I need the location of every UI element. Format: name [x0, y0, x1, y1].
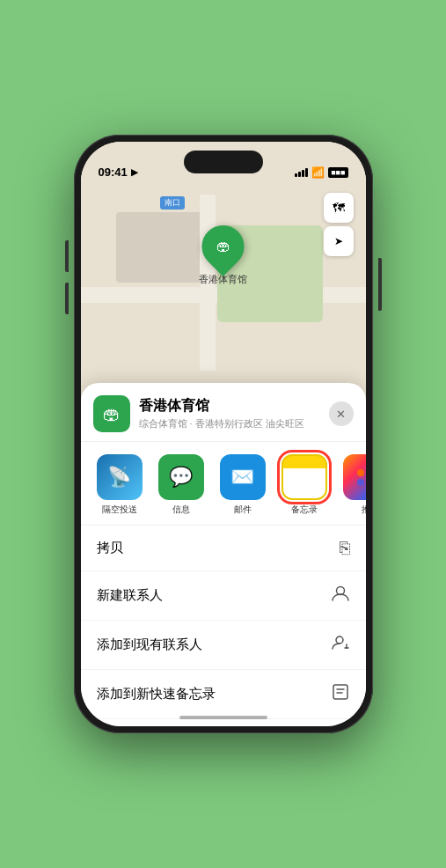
venue-info: 香港体育馆 综合体育馆 · 香港特别行政区 油尖旺区: [139, 397, 329, 430]
svg-point-1: [336, 636, 343, 644]
app-item-more[interactable]: 推: [340, 454, 366, 516]
new-contact-label: 新建联系人: [97, 587, 163, 604]
notes-label: 备忘录: [291, 504, 318, 516]
messages-icon: 💬: [158, 454, 204, 500]
volume-up-button[interactable]: [65, 240, 69, 272]
status-icons: 📶 ■■■: [295, 166, 347, 179]
home-indicator: [179, 716, 267, 719]
volume-down-button[interactable]: [65, 283, 69, 314]
airdrop-label: 隔空投送: [102, 504, 137, 516]
action-copy[interactable]: 拷贝 ⎘: [81, 526, 366, 571]
notes-icon: [281, 454, 327, 500]
more-label: 推: [362, 504, 366, 516]
compass-icon: ➤: [334, 235, 343, 247]
signal-icon: [295, 168, 308, 177]
mail-icon: ✉️: [220, 454, 266, 500]
app-item-notes[interactable]: 备忘录: [278, 454, 331, 516]
location-arrow-icon: ▶: [131, 167, 138, 177]
quick-note-label: 添加到新快速备忘录: [97, 686, 216, 702]
map-icon: 🗺: [333, 201, 345, 215]
add-existing-icon: [331, 633, 350, 657]
svg-rect-3: [333, 685, 347, 699]
app-item-mail[interactable]: ✉️ 邮件: [216, 454, 269, 516]
close-icon: ✕: [336, 408, 346, 421]
notes-lines: [299, 475, 310, 486]
pin-shape: 🏟: [194, 217, 253, 276]
dynamic-island: [184, 151, 263, 173]
action-new-contact[interactable]: 新建联系人: [81, 571, 366, 621]
status-time: 09:41 ▶: [99, 166, 138, 179]
venue-subtitle: 综合体育馆 · 香港特别行政区 油尖旺区: [139, 417, 329, 430]
pin-inner-icon: 🏟: [209, 232, 238, 261]
venue-pin-icon: 🏟: [216, 239, 230, 254]
action-print[interactable]: 打印: [81, 719, 366, 726]
venue-avatar-icon: 🏟: [103, 404, 121, 424]
close-button[interactable]: ✕: [329, 401, 354, 426]
mail-label: 邮件: [234, 504, 252, 516]
phone-frame: 09:41 ▶ 📶 ■■■ 南口: [74, 135, 373, 733]
messages-label: 信息: [172, 504, 190, 516]
map-view-toggle-button[interactable]: 🗺: [324, 193, 354, 223]
quick-note-icon: [331, 682, 350, 706]
action-add-existing[interactable]: 添加到现有联系人: [81, 621, 366, 670]
venue-avatar: 🏟: [93, 395, 130, 432]
action-list: 拷贝 ⎘ 新建联系人 添加到现有联系人: [81, 526, 366, 726]
add-existing-label: 添加到现有联系人: [97, 636, 202, 653]
app-item-messages[interactable]: 💬 信息: [155, 454, 208, 516]
map-entrance-label: 南口: [160, 196, 185, 210]
map-controls: 🗺 ➤: [324, 193, 354, 260]
airdrop-icon: 📡: [97, 454, 143, 500]
sheet-header: 🏟 香港体育馆 综合体育馆 · 香港特别行政区 油尖旺区 ✕: [81, 383, 366, 442]
location-button[interactable]: ➤: [324, 226, 354, 256]
new-contact-icon: [331, 584, 350, 607]
power-button[interactable]: [378, 258, 382, 311]
app-item-airdrop[interactable]: 📡 隔空投送: [93, 454, 146, 516]
more-apps-icon: [343, 454, 366, 500]
battery-icon: ■■■: [328, 167, 347, 178]
bottom-sheet: 🏟 香港体育馆 综合体育馆 · 香港特别行政区 油尖旺区 ✕ 📡 隔空投送: [81, 383, 366, 726]
svg-point-0: [336, 587, 344, 595]
action-quick-note[interactable]: 添加到新快速备忘录: [81, 670, 366, 719]
copy-icon: ⎘: [340, 538, 350, 558]
copy-label: 拷贝: [97, 540, 123, 556]
share-apps-row: 📡 隔空投送 💬 信息 ✉️ 邮件: [81, 442, 366, 526]
location-pin: 🏟 香港体育馆: [199, 225, 247, 286]
wifi-icon: 📶: [311, 166, 325, 179]
venue-name: 香港体育馆: [139, 397, 329, 416]
map-block: [116, 212, 204, 283]
phone-screen: 09:41 ▶ 📶 ■■■ 南口: [81, 142, 366, 726]
